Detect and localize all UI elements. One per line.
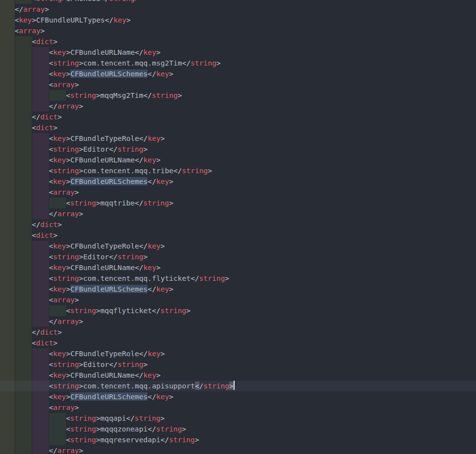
code-text: <key>CFBundleTypeRole</key> <box>49 348 165 359</box>
indent-band <box>15 316 32 327</box>
indent-band <box>32 402 49 413</box>
indent-band <box>32 90 49 101</box>
indent-band <box>32 251 49 262</box>
indent-band <box>0 381 15 391</box>
indent-band <box>32 47 49 58</box>
code-line[interactable]: <string>mqqreservedapi</string> <box>0 434 476 445</box>
indent-band <box>15 68 32 79</box>
code-line[interactable]: </array> <box>0 101 476 112</box>
code-line[interactable]: <key>CFBundleURLName</key> <box>0 155 476 165</box>
code-line[interactable]: <dict> <box>0 36 476 47</box>
code-text: </dict> <box>32 327 62 338</box>
indent-band <box>0 58 15 68</box>
indent-band <box>0 198 15 208</box>
code-line[interactable]: <dict> <box>0 122 476 133</box>
code-line[interactable]: <key>CFBundleTypeRole</key> <box>0 348 476 359</box>
match-highlight: CFBundleURLSchemes <box>70 177 148 185</box>
indent-band <box>32 241 49 251</box>
code-line[interactable]: </array> <box>0 445 476 454</box>
code-text: <string>iPhoneOS</string> <box>32 0 139 4</box>
code-text: <string>mqqqzoneapi</string> <box>66 424 186 434</box>
indent-band <box>15 295 32 305</box>
indent-band <box>0 284 15 295</box>
code-line[interactable]: <key>CFBundleURLSchemes</key> <box>0 391 476 402</box>
code-line[interactable]: <string>iPhoneOS</string> <box>0 0 476 4</box>
indent-band <box>15 133 32 144</box>
code-text: <string>com.tencent.mqq.tribe</string> <box>49 165 212 176</box>
code-line[interactable]: <key>CFBundleURLTypes</key> <box>0 15 476 25</box>
code-line[interactable]: <string>com.tencent.mqq.tribe</string> <box>0 165 476 176</box>
indent-band <box>32 58 49 68</box>
indent-band <box>0 370 15 381</box>
code-line[interactable]: <array> <box>0 25 476 36</box>
code-line[interactable]: <string>mqqqzoneapi</string> <box>0 424 476 434</box>
indent-band <box>32 176 49 187</box>
indent-band <box>0 208 15 219</box>
code-line[interactable]: <key>CFBundleURLSchemes</key> <box>0 68 476 79</box>
code-line[interactable]: <string>com.tencent.mqq.msg2Tim</string> <box>0 58 476 68</box>
code-editor[interactable]: <string>iPhoneOS</string></array><key>CF… <box>0 0 476 454</box>
code-text: <array> <box>49 295 79 305</box>
code-line[interactable]: </array> <box>0 4 476 15</box>
indent-band <box>0 133 15 144</box>
code-line[interactable]: <string>Editor</string> <box>0 251 476 262</box>
code-line[interactable]: <key>CFBundleTypeRole</key> <box>0 241 476 251</box>
indent-band <box>32 198 49 208</box>
code-line[interactable]: <dict> <box>0 338 476 348</box>
code-line[interactable]: <key>CFBundleURLSchemes</key> <box>0 176 476 187</box>
code-line[interactable]: <string>com.tencent.mqq.apisupport</stri… <box>0 381 476 391</box>
indent-band <box>0 413 15 424</box>
text-cursor <box>234 381 235 390</box>
indent-band <box>49 305 66 316</box>
indent-band <box>32 359 49 370</box>
code-text: </array> <box>15 4 49 15</box>
indent-band <box>0 434 15 445</box>
indent-band <box>32 348 49 359</box>
code-line[interactable]: <string>mqqtribe</string> <box>0 198 476 208</box>
code-line[interactable]: <array> <box>0 187 476 198</box>
code-text: <array> <box>15 25 45 36</box>
code-line[interactable]: <string>mqqflyticket</string> <box>0 305 476 316</box>
code-line[interactable]: <string>Editor</string> <box>0 359 476 370</box>
code-text: <key>CFBundleURLSchemes</key> <box>49 176 173 187</box>
indent-band <box>15 381 32 391</box>
code-line[interactable]: </dict> <box>0 327 476 338</box>
indent-band <box>49 413 66 424</box>
code-line[interactable]: <key>CFBundleURLName</key> <box>0 47 476 58</box>
code-line[interactable]: <key>CFBundleTypeRole</key> <box>0 133 476 144</box>
code-line[interactable]: </array> <box>0 316 476 327</box>
indent-band <box>0 230 15 241</box>
code-line[interactable]: <array> <box>0 79 476 90</box>
indent-band <box>0 305 15 316</box>
indent-band <box>15 198 32 208</box>
code-line[interactable]: <array> <box>0 295 476 305</box>
code-line[interactable]: <array> <box>0 402 476 413</box>
code-text: </array> <box>49 208 83 219</box>
code-text: <string>Editor</string> <box>49 251 148 262</box>
code-line[interactable]: </array> <box>0 208 476 219</box>
code-line[interactable]: </dict> <box>0 219 476 230</box>
code-line[interactable]: <string>com.tencent.mqq.flyticket</strin… <box>0 273 476 284</box>
code-line[interactable]: <string>mqqapi</string> <box>0 413 476 424</box>
indent-band <box>0 79 15 90</box>
code-text: <key>CFBundleURLTypes</key> <box>15 15 130 25</box>
indent-band <box>0 251 15 262</box>
code-line[interactable]: </dict> <box>0 112 476 122</box>
indent-band <box>32 445 49 454</box>
code-line[interactable]: <key>CFBundleURLSchemes</key> <box>0 284 476 295</box>
indent-band <box>15 327 32 338</box>
code-line[interactable]: <key>CFBundleURLName</key> <box>0 370 476 381</box>
indent-band <box>32 187 49 198</box>
code-line[interactable]: <key>CFBundleURLName</key> <box>0 262 476 273</box>
code-text: <string>mqqflyticket</string> <box>66 305 191 316</box>
indent-band <box>49 90 66 101</box>
bracket-match-highlight: < <box>195 382 199 390</box>
indent-band <box>15 230 32 241</box>
indent-band <box>32 381 49 391</box>
indent-band <box>32 316 49 327</box>
code-line[interactable]: <dict> <box>0 230 476 241</box>
code-line[interactable]: <string>mqqMsg2Tim</string> <box>0 90 476 101</box>
match-highlight: CFBundleURLSchemes <box>70 392 148 401</box>
code-line[interactable]: <string>Editor</string> <box>0 144 476 155</box>
indent-band <box>0 262 15 273</box>
